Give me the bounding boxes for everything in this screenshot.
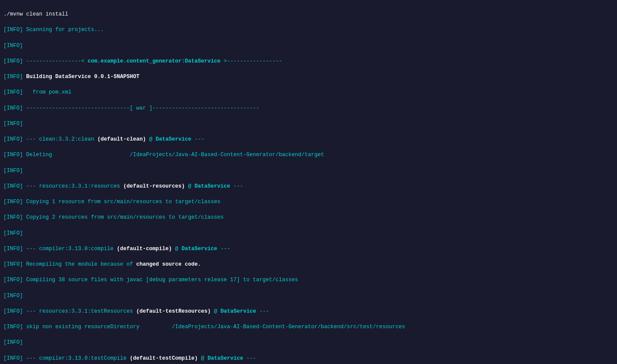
terminal-window: ./mvnw clean install [INFO] Scanning for… — [3, 3, 614, 364]
log-line-8: [INFO] --- clean:3.3.2:clean (default-cl… — [3, 135, 614, 143]
log-line-3: [INFO] -----------------< com.example.co… — [3, 57, 614, 65]
log-line-4: [INFO] Building DataService 0.0.1-SNAPSH… — [3, 73, 614, 81]
log-line-13: [INFO] Copying 2 resources from src/main… — [3, 213, 614, 221]
log-line-6: [INFO] --------------------------------[… — [3, 104, 614, 112]
log-line-18: [INFO] — [3, 292, 614, 300]
log-line-5: [INFO] from pom.xml — [3, 88, 614, 96]
log-line-10: [INFO] — [3, 167, 614, 175]
log-line-9: [INFO] Deleting /IdeaProjects/Java-AI-Ba… — [3, 151, 614, 159]
log-line-1: [INFO] Scanning for projects... — [3, 26, 614, 34]
log-line-12: [INFO] Copying 1 resource from src/main/… — [3, 198, 614, 206]
log-line-16: [INFO] Recompiling the module because of… — [3, 260, 614, 268]
log-line-22: [INFO] --- compiler:3.13.0:testCompile (… — [3, 355, 614, 362]
log-line-21: [INFO] — [3, 339, 614, 346]
log-line-2: [INFO] — [3, 42, 614, 50]
log-line-19: [INFO] --- resources:3.3.1:testResources… — [3, 308, 614, 315]
log-line-7: [INFO] — [3, 120, 614, 128]
log-line-17: [INFO] Compiling 38 source files with ja… — [3, 276, 614, 284]
log-line-14: [INFO] — [3, 229, 614, 237]
log-line-20: [INFO] skip non existing resourceDirecto… — [3, 323, 614, 331]
cmd-line: ./mvnw clean install — [3, 10, 614, 18]
log-line-15: [INFO] --- compiler:3.13.0:compile (defa… — [3, 245, 614, 253]
log-line-11: [INFO] --- resources:3.3.1:resources (de… — [3, 182, 614, 190]
